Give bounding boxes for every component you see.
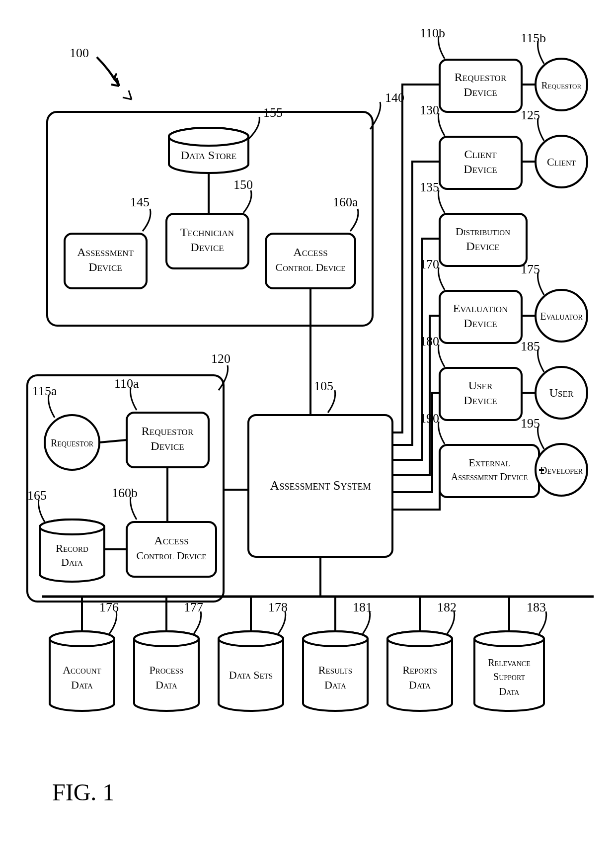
results-data-cylinder: Results Data 181 (303, 597, 372, 711)
distribution-device-l2: Device (466, 240, 499, 253)
requestor-b-label: Requestor (541, 80, 582, 90)
assessment-system-label: Assessment System (270, 478, 371, 493)
technician-device-l2: Device (190, 241, 224, 254)
ref-125: 125 (521, 108, 540, 122)
ref-170: 170 (420, 257, 439, 271)
ref-leader-115a (49, 395, 55, 418)
ref-105: 105 (314, 379, 333, 393)
svg-point-11 (50, 631, 114, 646)
external-device-l2: Assessment Device (451, 471, 528, 482)
ref-leader-165 (39, 500, 45, 522)
ref-135: 135 (420, 180, 439, 194)
access-control-b-l1: Access (154, 534, 188, 547)
record-data-l1: Record (56, 542, 88, 554)
svg-point-1 (169, 128, 248, 146)
client-circle-label: Client (547, 156, 576, 168)
svg-point-23 (219, 631, 283, 646)
svg-text:178: 178 (268, 600, 288, 614)
ref-110a: 110a (114, 376, 139, 391)
client-device-l1: Client (464, 148, 497, 161)
svg-text:Data: Data (324, 679, 346, 691)
access-control-a-l2: Control Device (275, 261, 345, 273)
svg-point-28 (303, 631, 368, 646)
ref-leader-150 (243, 190, 251, 213)
assessment-device-l1: Assessment (77, 246, 134, 259)
ref-165: 165 (27, 488, 47, 503)
evaluation-device-l1: Evaluation (453, 302, 508, 315)
conn-user-assess (392, 393, 440, 492)
relevance-data-cylinder: Relevance Support Data 183 (474, 597, 546, 711)
record-data-cylinder: Record Data (40, 519, 104, 582)
requestor-device-b-l2: Device (463, 86, 497, 98)
ref-120: 120 (211, 351, 231, 366)
svg-text:183: 183 (527, 600, 546, 614)
client-device-l2: Device (463, 163, 497, 175)
ref-leader-105 (328, 390, 335, 413)
svg-text:Data Sets: Data Sets (229, 669, 273, 681)
ref-115a: 115a (32, 384, 57, 398)
ref-160a: 160a (333, 195, 358, 209)
svg-text:177: 177 (184, 600, 203, 614)
diagram-canvas: 140 Data Store 155 Assessment Device 145… (0, 0, 616, 864)
ref-175: 175 (521, 262, 540, 276)
user-label: User (549, 386, 574, 399)
ref-100: 100 (70, 46, 89, 60)
record-data-l2: Data (61, 556, 83, 568)
ref-160b: 160b (112, 486, 138, 500)
svg-point-3 (40, 519, 104, 534)
requestor-device-b-l1: Requestor (455, 71, 507, 84)
ref-185: 185 (521, 339, 540, 353)
ref-150: 150 (233, 177, 253, 192)
requestor-a-label: Requestor (51, 437, 94, 448)
svg-text:182: 182 (437, 600, 457, 614)
ref-130: 130 (420, 103, 439, 117)
distribution-device-l1: Distribution (456, 225, 510, 238)
ref-leader-145 (143, 209, 151, 231)
user-device-l1: User (468, 379, 493, 392)
user-device-l2: Device (463, 394, 497, 407)
datasets-cylinder: Data Sets 178 (219, 597, 288, 711)
ref-leader-110a (131, 388, 137, 410)
developer-label: Developer (540, 465, 583, 476)
svg-point-34 (387, 631, 452, 646)
evaluation-device-l2: Device (463, 317, 497, 330)
ref-leader-155 (248, 117, 259, 139)
figure-label: FIG. 1 (52, 779, 114, 805)
svg-text:Data: Data (71, 679, 93, 691)
process-data-cylinder: Process Data 177 (134, 597, 203, 711)
ref-145: 145 (130, 195, 150, 209)
ref-180: 180 (420, 334, 439, 348)
svg-text:Data: Data (409, 679, 431, 691)
conn-reqa-reqdeva (99, 440, 127, 442)
access-control-a-l1: Access (293, 246, 327, 259)
svg-text:Results: Results (318, 664, 352, 676)
svg-text:176: 176 (99, 600, 119, 614)
evaluator-label: Evaluator (540, 311, 583, 322)
svg-text:Process: Process (150, 664, 184, 676)
ref-155: 155 (263, 105, 283, 120)
svg-text:Data: Data (499, 686, 520, 697)
svg-point-40 (474, 631, 544, 646)
svg-text:Account: Account (63, 664, 101, 676)
ref-leader-160a (350, 209, 358, 231)
technician-device-l1: Technician (180, 226, 234, 239)
data-store-cylinder: Data Store (169, 128, 248, 173)
reports-data-cylinder: Reports Data 182 (387, 597, 457, 711)
svg-text:Relevance: Relevance (488, 657, 530, 668)
access-control-b-l2: Control Device (136, 549, 206, 562)
svg-text:Support: Support (493, 671, 525, 682)
data-store-label: Data Store (181, 149, 236, 162)
requestor-device-a-l2: Device (151, 439, 184, 452)
svg-text:Reports: Reports (402, 664, 437, 676)
ref-115b: 115b (521, 31, 546, 45)
svg-text:Data: Data (155, 679, 177, 691)
ref-190: 190 (420, 411, 439, 426)
ref-195: 195 (521, 416, 540, 431)
account-data-cylinder: Account Data 176 (50, 597, 119, 711)
svg-point-17 (134, 631, 199, 646)
ref-110b: 110b (420, 26, 445, 40)
external-device-l1: External (468, 456, 510, 469)
svg-text:181: 181 (353, 600, 372, 614)
ref-leader-160b (131, 497, 137, 519)
assessment-device-l2: Device (88, 260, 122, 273)
